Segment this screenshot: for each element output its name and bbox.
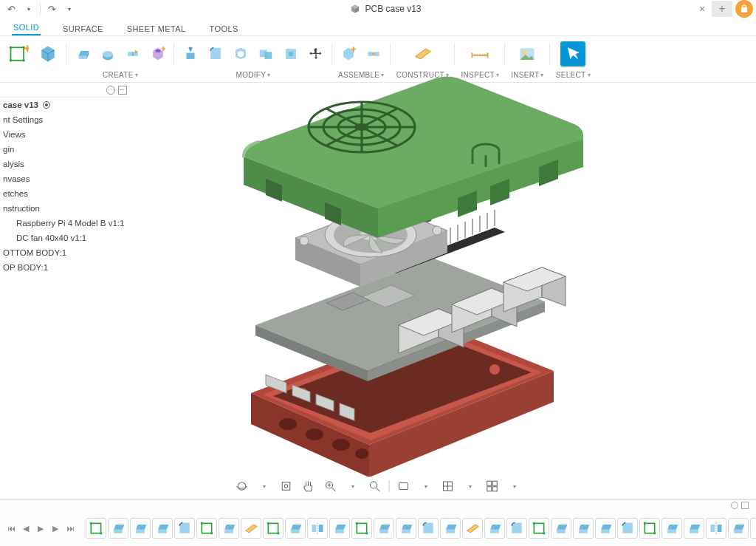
timeline-feature[interactable] [595, 518, 616, 539]
timeline-feature[interactable] [506, 518, 527, 539]
browser-node[interactable]: Views [0, 127, 131, 142]
ribbon-tab-tools[interactable]: TOOLS [208, 21, 240, 35]
create-form-button[interactable] [35, 41, 61, 66]
timeline-feature[interactable] [219, 518, 239, 539]
timeline-feature[interactable] [196, 518, 217, 539]
timeline-end-button[interactable]: ⏭ [63, 520, 77, 536]
revolve-button[interactable] [97, 44, 118, 64]
ribbon-tab-surface[interactable]: SURFACE [61, 21, 105, 35]
timeline-feature[interactable] [462, 518, 483, 539]
toolbar-group-create-label[interactable]: CREATE▾ [103, 71, 138, 79]
shell-button[interactable] [230, 44, 251, 64]
timeline-feature[interactable] [86, 518, 106, 539]
hole-button[interactable]: ✚ [148, 44, 168, 64]
browser-node-child[interactable]: Raspberry Pi 4 Model B v1:1 [0, 216, 131, 231]
toolbar-group-construct: CONSTRUCT▾ [391, 38, 456, 81]
timeline-feature[interactable] [440, 518, 461, 539]
zoom-dropdown[interactable]: ▾ [345, 478, 361, 494]
ribbon-tab-solid[interactable]: SOLID [12, 20, 41, 35]
browser-node-body[interactable]: OTTOM BODY:1 [0, 245, 131, 260]
toolbar-group-sketch: ✚ [0, 38, 66, 81]
timeline-feature[interactable] [484, 518, 505, 539]
timeline-feature[interactable] [728, 518, 749, 539]
timeline-feature[interactable] [152, 518, 173, 539]
draft-button[interactable] [281, 44, 301, 64]
timeline-feature[interactable] [551, 518, 571, 539]
fillet-button[interactable] [205, 44, 226, 64]
orbit-button[interactable] [234, 478, 250, 494]
timeline-feature[interactable] [750, 518, 756, 539]
new-component-button[interactable]: ✚ [338, 44, 359, 64]
grid-dropdown[interactable]: ▾ [462, 478, 478, 494]
new-sketch-button[interactable]: ✚ [6, 41, 31, 66]
joint-button[interactable] [363, 44, 384, 64]
plane-button[interactable] [410, 41, 436, 66]
timeline-fwd-button[interactable]: ▶ [49, 520, 62, 536]
timeline-feature[interactable] [639, 518, 660, 539]
measure-button[interactable] [467, 41, 492, 66]
timeline-feature[interactable] [418, 518, 439, 539]
move-button[interactable] [306, 44, 326, 64]
redo-button[interactable]: ↷ [45, 2, 58, 16]
browser-panel[interactable]: ⋯ – case v13 nt Settings Views gin alysi… [0, 83, 131, 275]
timeline-back-button[interactable]: ◀ [19, 520, 32, 536]
grid-settings-button[interactable] [440, 478, 456, 494]
timeline-collapse-icon[interactable] [741, 502, 749, 509]
browser-node[interactable]: etches [0, 186, 131, 201]
timeline-feature[interactable] [263, 518, 284, 539]
orbit-dropdown[interactable]: ▾ [256, 478, 272, 494]
sweep-button[interactable] [123, 44, 143, 64]
extrude-button[interactable] [72, 44, 93, 64]
timeline-feature[interactable] [241, 518, 261, 539]
redo-dropdown[interactable]: ▾ [63, 2, 76, 16]
extensions-button[interactable] [735, 0, 753, 18]
timeline[interactable]: ⏮ ◀ ▶ ▶ ⏭ [0, 511, 756, 546]
ribbon-tab-sheetmetal[interactable]: SHEET METAL [126, 21, 188, 35]
browser-settings-icon[interactable]: ⋯ [106, 86, 115, 95]
timeline-feature[interactable] [617, 518, 638, 539]
timeline-feature[interactable] [529, 518, 549, 539]
new-tab-button[interactable]: + [712, 1, 732, 17]
timeline-feature[interactable] [307, 518, 328, 539]
timeline-feature[interactable] [706, 518, 726, 539]
timeline-feature[interactable] [285, 518, 306, 539]
browser-node[interactable]: nvases [0, 171, 131, 186]
timeline-feature[interactable] [108, 518, 128, 539]
browser-node-body[interactable]: OP BODY:1 [0, 260, 131, 275]
display-settings-button[interactable] [396, 478, 412, 494]
timeline-play-button[interactable]: ▶ [34, 520, 47, 536]
timeline-feature[interactable] [329, 518, 350, 539]
fit-button[interactable] [367, 478, 383, 494]
timeline-feature[interactable] [174, 518, 195, 539]
timeline-feature[interactable] [662, 518, 682, 539]
browser-node[interactable]: nstruction [0, 201, 131, 216]
timeline-feature[interactable] [396, 518, 416, 539]
timeline-feature[interactable] [130, 518, 151, 539]
zoom-button[interactable] [323, 478, 339, 494]
timeline-feature[interactable] [684, 518, 704, 539]
undo-button[interactable]: ↶ [4, 2, 18, 16]
select-button[interactable] [560, 41, 585, 66]
insert-button[interactable] [515, 41, 540, 66]
display-dropdown[interactable]: ▾ [418, 478, 434, 494]
timeline-feature[interactable] [573, 518, 594, 539]
pan-button[interactable] [300, 478, 317, 494]
browser-node[interactable]: alysis [0, 157, 131, 171]
look-at-button[interactable] [278, 478, 295, 494]
timeline-settings-icon[interactable] [731, 502, 738, 509]
browser-collapse-icon[interactable]: – [118, 86, 127, 95]
viewports-dropdown[interactable]: ▾ [506, 478, 523, 494]
svg-rect-85 [487, 487, 492, 491]
presspull-button[interactable] [180, 44, 201, 64]
browser-node-child[interactable]: DC fan 40x40 v1:1 [0, 231, 131, 245]
browser-root[interactable]: case v13 [0, 98, 131, 112]
timeline-start-button[interactable]: ⏮ [4, 520, 18, 536]
browser-node[interactable]: nt Settings [0, 112, 131, 127]
browser-node[interactable]: gin [0, 142, 131, 157]
viewports-button[interactable] [484, 478, 501, 494]
timeline-feature[interactable] [374, 518, 394, 539]
undo-dropdown[interactable]: ▾ [22, 2, 35, 16]
combine-button[interactable] [255, 44, 276, 64]
close-tab-button[interactable]: × [695, 2, 709, 16]
timeline-feature[interactable] [351, 518, 372, 539]
